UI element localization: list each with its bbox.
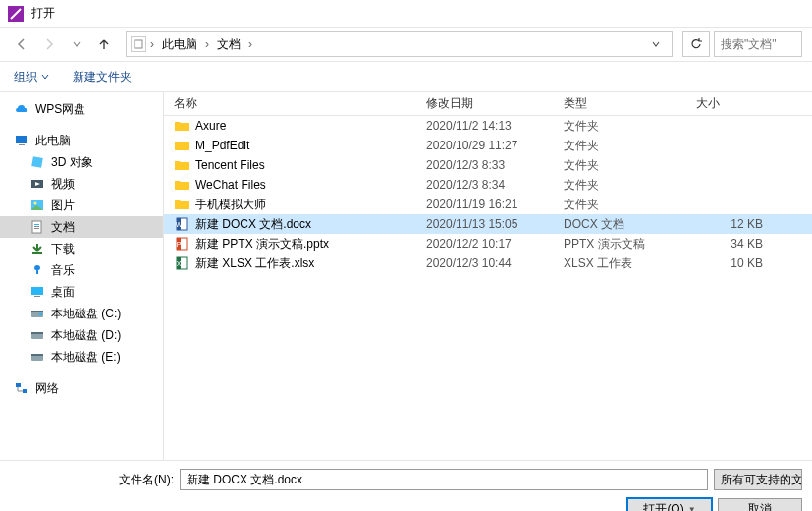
- network-icon: [14, 380, 29, 396]
- svg-rect-20: [31, 354, 43, 356]
- file-icon: [174, 157, 189, 173]
- sidebar-item[interactable]: 本地磁盘 (D:): [0, 324, 163, 346]
- file-type: DOCX 文档: [564, 216, 696, 233]
- file-icon: [174, 177, 189, 193]
- svg-rect-2: [16, 136, 27, 143]
- file-size: 10 KB: [696, 256, 775, 270]
- file-name: Tencent Files: [195, 158, 426, 172]
- cancel-button[interactable]: 取消: [718, 498, 802, 511]
- col-type[interactable]: 类型: [564, 95, 696, 112]
- location-icon: [131, 36, 146, 52]
- file-name: 新建 PPTX 演示文稿.pptx: [195, 236, 426, 253]
- new-folder-button[interactable]: 新建文件夹: [73, 69, 132, 85]
- sidebar-item[interactable]: 下载: [0, 238, 163, 259]
- col-size[interactable]: 大小: [696, 95, 775, 112]
- chevron-down-icon: ▼: [688, 505, 696, 512]
- file-size: 34 KB: [696, 237, 775, 251]
- chevron-right-icon[interactable]: ›: [148, 37, 156, 51]
- sidebar-item-label: 本地磁盘 (C:): [51, 306, 121, 322]
- sidebar-item[interactable]: 本地磁盘 (E:): [0, 346, 163, 368]
- sidebar-wps-cloud[interactable]: WPS网盘: [0, 98, 163, 120]
- search-box[interactable]: [714, 31, 802, 57]
- item-icon: [29, 327, 45, 343]
- svg-text:P: P: [177, 241, 182, 248]
- svg-rect-21: [16, 383, 21, 387]
- file-date: 2020/12/3 8:33: [426, 158, 564, 172]
- file-list: Axure2020/11/2 14:13文件夹M_PdfEdit2020/10/…: [164, 116, 812, 460]
- sidebar-item-label: 音乐: [51, 262, 75, 279]
- sidebar-item[interactable]: 3D 对象: [0, 151, 163, 173]
- sidebar-item-label: 图片: [51, 198, 75, 214]
- file-icon: [174, 138, 189, 153]
- sidebar-this-pc[interactable]: 此电脑: [0, 130, 163, 151]
- nav-bar: › 此电脑 › 文档 ›: [0, 28, 812, 61]
- recent-dropdown[interactable]: [65, 32, 88, 56]
- svg-rect-15: [31, 311, 43, 312]
- file-row[interactable]: Tencent Files2020/12/3 8:33文件夹: [164, 155, 812, 175]
- svg-text:W: W: [176, 221, 183, 228]
- file-row[interactable]: Axure2020/11/2 14:13文件夹: [164, 116, 812, 136]
- svg-rect-13: [34, 296, 40, 297]
- col-date[interactable]: 修改日期: [426, 95, 564, 112]
- footer: 文件名(N): 所有可支持的文件 打开(O) ▼ 取消: [0, 460, 812, 511]
- item-icon: [29, 198, 45, 213]
- sidebar: WPS网盘 此电脑 3D 对象视频图片文档下载音乐桌面本地磁盘 (C:)本地磁盘…: [0, 92, 164, 460]
- sidebar-item[interactable]: 本地磁盘 (C:): [0, 303, 163, 324]
- up-button[interactable]: [92, 32, 116, 56]
- sidebar-item[interactable]: 视频: [0, 173, 163, 195]
- filename-input[interactable]: [180, 469, 708, 490]
- sidebar-item[interactable]: 桌面: [0, 281, 163, 303]
- file-row[interactable]: P新建 PPTX 演示文稿.pptx2020/12/2 10:17PPTX 演示…: [164, 234, 812, 254]
- svg-rect-12: [31, 287, 43, 295]
- file-name: M_PdfEdit: [195, 139, 426, 152]
- sidebar-item-label: 本地磁盘 (D:): [51, 327, 121, 344]
- item-icon: [29, 176, 45, 192]
- forward-button[interactable]: [37, 32, 61, 56]
- file-type: 文件夹: [564, 157, 696, 174]
- breadcrumb-root[interactable]: 此电脑: [158, 36, 201, 53]
- organize-menu[interactable]: 组织: [14, 69, 49, 85]
- sidebar-item[interactable]: 图片: [0, 195, 163, 216]
- sidebar-item-label: 3D 对象: [51, 154, 93, 171]
- file-icon: X: [174, 256, 189, 271]
- sidebar-item[interactable]: 音乐: [0, 259, 163, 281]
- svg-rect-22: [23, 389, 27, 393]
- refresh-button[interactable]: [682, 31, 710, 57]
- svg-rect-11: [34, 228, 39, 229]
- svg-text:X: X: [177, 260, 182, 267]
- chevron-right-icon[interactable]: ›: [203, 37, 211, 51]
- chevron-right-icon[interactable]: ›: [246, 37, 254, 51]
- sidebar-item-label: 文档: [51, 219, 75, 236]
- sidebar-item-label: 桌面: [51, 284, 75, 301]
- file-row[interactable]: M_PdfEdit2020/10/29 11:27文件夹: [164, 136, 812, 155]
- col-name[interactable]: 名称: [174, 95, 426, 112]
- sidebar-item[interactable]: 文档: [0, 216, 163, 238]
- sidebar-item-label: 下载: [51, 241, 75, 257]
- file-icon: [174, 197, 189, 212]
- file-icon: W: [174, 216, 189, 232]
- chevron-down-icon: [41, 73, 49, 81]
- back-button[interactable]: [10, 32, 33, 56]
- sidebar-network[interactable]: 网络: [0, 377, 163, 399]
- open-button[interactable]: 打开(O) ▼: [627, 498, 712, 511]
- breadcrumb-dropdown[interactable]: [644, 32, 668, 56]
- file-date: 2020/12/2 10:17: [426, 237, 564, 251]
- file-type-filter[interactable]: 所有可支持的文件: [714, 469, 802, 490]
- file-date: 2020/10/29 11:27: [426, 139, 564, 152]
- file-date: 2020/12/3 8:34: [426, 178, 564, 192]
- item-icon: [29, 349, 45, 365]
- svg-rect-1: [135, 40, 142, 48]
- app-icon: [8, 6, 24, 22]
- svg-point-7: [34, 202, 37, 205]
- breadcrumb-folder[interactable]: 文档: [213, 36, 244, 53]
- breadcrumb-bar[interactable]: › 此电脑 › 文档 ›: [126, 31, 673, 57]
- file-name: WeChat Files: [195, 178, 426, 192]
- sidebar-item-label: 本地磁盘 (E:): [51, 349, 121, 366]
- svg-rect-3: [19, 144, 25, 145]
- file-size: 12 KB: [696, 217, 775, 231]
- search-input[interactable]: [721, 37, 795, 51]
- file-row[interactable]: W新建 DOCX 文档.docx2020/11/13 15:05DOCX 文档1…: [164, 214, 812, 234]
- file-row[interactable]: WeChat Files2020/12/3 8:34文件夹: [164, 175, 812, 195]
- file-row[interactable]: 手机模拟大师2020/11/19 16:21文件夹: [164, 195, 812, 214]
- file-row[interactable]: X新建 XLSX 工作表.xlsx2020/12/3 10:44XLSX 工作表…: [164, 254, 812, 273]
